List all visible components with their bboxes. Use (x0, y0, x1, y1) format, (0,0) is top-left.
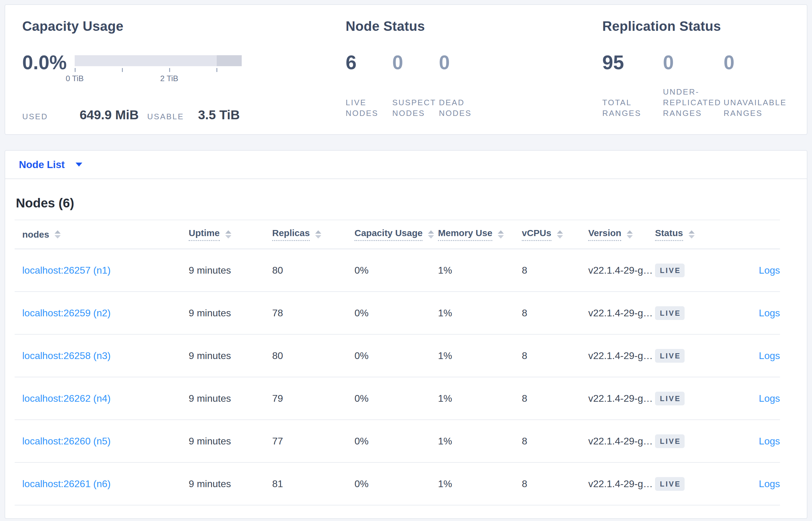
cell-vcpus: 8 (522, 436, 588, 447)
stat-value: 95 (602, 55, 663, 70)
cell-memory: 1% (438, 478, 522, 490)
table-row: localhost:26261 (n6)9 minutes810%1%8v22.… (15, 463, 780, 505)
cell-capacity: 0% (355, 308, 438, 319)
capacity-bar-track (75, 55, 242, 66)
logs-link[interactable]: Logs (759, 308, 780, 319)
axis-tick (75, 68, 76, 72)
column-header-capacity[interactable]: Capacity Usage (355, 228, 438, 241)
cell-replicas: 81 (272, 478, 355, 490)
cell-logs: Logs (727, 265, 780, 276)
cell-uptime: 9 minutes (189, 308, 272, 319)
cell-logs: Logs (727, 393, 780, 404)
table-row: localhost:26257 (n1)9 minutes800%1%8v22.… (15, 249, 780, 292)
cell-replicas: 77 (272, 436, 355, 447)
cell-vcpus: 8 (522, 350, 588, 361)
node-link[interactable]: localhost:26262 (n4) (22, 393, 111, 404)
capacity-gauge: 0.0% 0 TiB 2 TiB (22, 55, 345, 83)
cell-node: localhost:26261 (n6) (15, 478, 189, 490)
stat-value: 0 (392, 55, 439, 70)
cell-status: LIVE (655, 264, 727, 277)
sort-icon (627, 230, 633, 239)
column-header-replicas[interactable]: Replicas (272, 228, 355, 241)
cell-node: localhost:26258 (n3) (15, 350, 189, 361)
node-list-card: Node List Nodes (6) nodesUptimeReplicasC… (5, 150, 807, 519)
column-header-vcpus[interactable]: vCPUs (522, 228, 588, 241)
cell-vcpus: 8 (522, 478, 588, 490)
cell-status: LIVE (655, 434, 727, 448)
cell-capacity: 0% (355, 265, 438, 276)
cell-status: LIVE (655, 477, 727, 491)
cell-logs: Logs (727, 436, 780, 447)
logs-link[interactable]: Logs (759, 393, 780, 404)
cell-memory: 1% (438, 350, 522, 361)
cell-memory: 1% (438, 308, 522, 319)
usable-value: 3.5 TiB (198, 108, 240, 122)
column-header-memory[interactable]: Memory Use (438, 228, 522, 241)
column-header-label: Memory Use (438, 228, 492, 241)
logs-link[interactable]: Logs (759, 478, 780, 490)
sort-icon (498, 230, 504, 239)
chevron-down-icon[interactable] (76, 163, 82, 166)
capacity-percent-value: 0.0% (22, 55, 75, 70)
table-row: localhost:26260 (n5)9 minutes770%1%8v22.… (15, 420, 780, 463)
table-row: localhost:26262 (n4)9 minutes790%1%8v22.… (15, 377, 780, 420)
cell-replicas: 79 (272, 393, 355, 404)
sort-icon (315, 230, 321, 239)
stat-label: SUSPECTNODES (392, 97, 439, 119)
capacity-bar-chart: 0 TiB 2 TiB (75, 55, 242, 83)
cell-capacity: 0% (355, 436, 438, 447)
capacity-usage-title: Capacity Usage (22, 19, 345, 34)
used-label: USED (22, 112, 48, 121)
logs-link[interactable]: Logs (759, 265, 780, 276)
column-header-uptime[interactable]: Uptime (189, 228, 272, 241)
stat-label: TOTALRANGES (602, 97, 663, 119)
cell-uptime: 9 minutes (189, 393, 272, 404)
cluster-overview-page: Capacity Usage 0.0% 0 TiB 2 TiB (0, 0, 812, 519)
cell-status: LIVE (655, 349, 727, 363)
sort-icon (54, 230, 61, 239)
node-link[interactable]: localhost:26260 (n5) (22, 436, 111, 447)
cell-replicas: 80 (272, 350, 355, 361)
cell-version: v22.1.4-29-g… (588, 350, 655, 361)
status-badge: LIVE (655, 392, 685, 405)
cell-version: v22.1.4-29-g… (588, 308, 655, 319)
cell-replicas: 80 (272, 265, 355, 276)
column-header-label: Version (588, 228, 621, 241)
stat-value: 0 (439, 55, 485, 70)
capacity-bar-segment (217, 55, 242, 66)
node-status-stats: 6LIVENODES0SUSPECTNODES0DEADNODES (345, 55, 602, 119)
node-link[interactable]: localhost:26259 (n2) (22, 308, 111, 319)
sort-icon (557, 230, 563, 239)
node-link[interactable]: localhost:26258 (n3) (22, 350, 111, 361)
replication-status-title: Replication Status (602, 19, 795, 34)
cell-status: LIVE (655, 306, 727, 320)
column-header-version[interactable]: Version (588, 228, 655, 241)
status-badge: LIVE (655, 434, 685, 448)
replication-status-section: Replication Status 95TOTALRANGES0UNDER-R… (602, 19, 795, 134)
column-header-node[interactable]: nodes (15, 229, 189, 240)
cell-version: v22.1.4-29-g… (588, 265, 655, 276)
cell-vcpus: 8 (522, 265, 588, 276)
stat-total-ranges: 95TOTALRANGES (602, 55, 663, 119)
logs-link[interactable]: Logs (759, 436, 780, 447)
column-header-status[interactable]: Status (655, 228, 727, 241)
logs-link[interactable]: Logs (759, 350, 780, 361)
cell-uptime: 9 minutes (189, 350, 272, 361)
view-selector-dropdown[interactable]: Node List (19, 159, 65, 171)
cell-node: localhost:26262 (n4) (15, 393, 189, 404)
node-link[interactable]: localhost:26261 (n6) (22, 478, 111, 490)
cell-version: v22.1.4-29-g… (588, 478, 655, 490)
axis-tick (122, 68, 123, 72)
nodes-table-section: Nodes (6) nodesUptimeReplicasCapacity Us… (5, 197, 807, 518)
node-link[interactable]: localhost:26257 (n1) (22, 265, 111, 276)
stat-dead-nodes: 0DEADNODES (439, 55, 485, 119)
axis-tick (216, 68, 217, 72)
usable-label: USABLE (147, 112, 184, 121)
table-row: localhost:26258 (n3)9 minutes800%1%8v22.… (15, 335, 780, 377)
column-header-label: Status (655, 228, 683, 241)
replication-status-stats: 95TOTALRANGES0UNDER-REPLICATEDRANGES0UNA… (602, 55, 795, 119)
stat-label: UNDER-REPLICATEDRANGES (663, 87, 724, 119)
nodes-table-title: Nodes (6) (15, 197, 780, 209)
cell-uptime: 9 minutes (189, 478, 272, 490)
cell-vcpus: 8 (522, 393, 588, 404)
